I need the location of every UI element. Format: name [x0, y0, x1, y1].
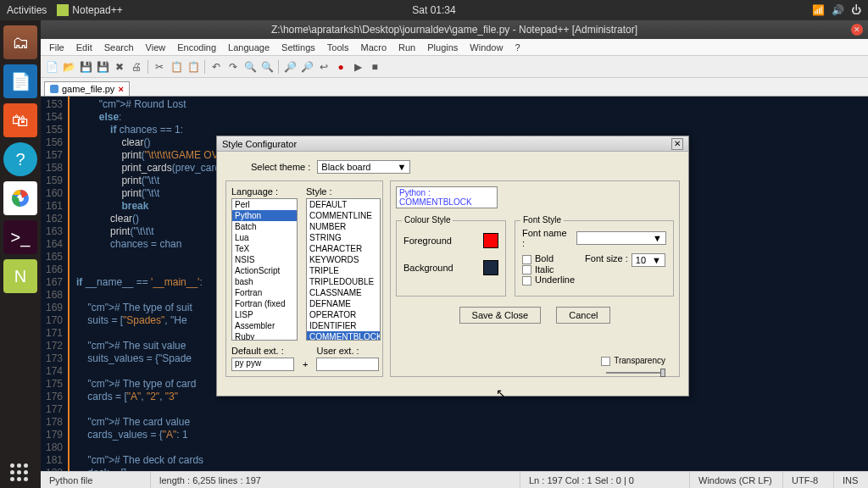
menu-tools[interactable]: Tools	[322, 41, 354, 54]
style-item[interactable]: KEYWORDS	[307, 254, 380, 265]
menu-?[interactable]: ?	[509, 41, 525, 54]
font-size-dropdown[interactable]: 10▼	[632, 253, 665, 267]
italic-checkbox[interactable]	[522, 265, 531, 274]
close-file-icon[interactable]: ✖	[112, 59, 127, 75]
menu-encoding[interactable]: Encoding	[172, 41, 221, 54]
open-file-icon[interactable]: 📂	[61, 59, 76, 75]
clock[interactable]: Sat 01:34	[412, 4, 455, 16]
default-ext-input[interactable]: py pyw	[231, 358, 294, 371]
language-listbox[interactable]: PerlPythonBatchLuaTeXNSISActionScriptbas…	[231, 198, 298, 341]
activities-button[interactable]: Activities	[7, 4, 47, 16]
user-ext-input[interactable]	[316, 358, 379, 371]
cut-icon[interactable]: ✂	[152, 59, 167, 75]
style-item[interactable]: DEFAULT	[307, 199, 380, 210]
notepadpp-launcher[interactable]: N	[3, 259, 37, 293]
lang-item[interactable]: bash	[232, 276, 297, 287]
transparency-checkbox[interactable]	[601, 357, 610, 366]
lang-item[interactable]: Python	[232, 210, 297, 221]
undo-icon[interactable]: ↶	[209, 59, 224, 75]
menu-plugins[interactable]: Plugins	[422, 41, 463, 54]
style-item[interactable]: TRIPLEDOUBLE	[307, 276, 380, 287]
menu-run[interactable]: Run	[393, 41, 420, 54]
files-launcher[interactable]: 🗂	[3, 25, 37, 59]
underline-checkbox[interactable]	[522, 276, 531, 286]
writer-launcher[interactable]: 📄	[3, 64, 37, 98]
window-close-button[interactable]: ✕	[851, 24, 863, 36]
style-item[interactable]: NUMBER	[307, 221, 380, 232]
lang-item[interactable]: Assembler	[232, 320, 297, 331]
style-item[interactable]: COMMENTBLOCK	[307, 331, 380, 341]
tab-bar: game_file.py ×	[41, 78, 868, 97]
chrome-launcher[interactable]	[3, 181, 37, 215]
style-item[interactable]: DEFNAME	[307, 298, 380, 309]
save-all-icon[interactable]: 💾	[95, 59, 110, 75]
stop-icon[interactable]: ■	[367, 59, 382, 75]
lang-item[interactable]: NSIS	[232, 254, 297, 265]
background-swatch[interactable]	[483, 260, 498, 275]
menu-view[interactable]: View	[141, 41, 171, 54]
transparency-slider[interactable]	[606, 369, 665, 376]
style-item[interactable]: STRING	[307, 232, 380, 243]
terminal-launcher[interactable]: >_	[3, 220, 37, 254]
save-icon[interactable]: 💾	[78, 59, 93, 75]
style-item[interactable]: OPERATOR	[307, 309, 380, 320]
style-item[interactable]: CLASSNAME	[307, 287, 380, 298]
app-menu[interactable]: Notepad++	[57, 4, 122, 16]
lang-item[interactable]: Perl	[232, 199, 297, 210]
volume-icon[interactable]: 🔊	[832, 4, 844, 16]
lang-item[interactable]: ActionScript	[232, 265, 297, 276]
style-item[interactable]: IDENTIFIER	[307, 320, 380, 331]
lang-item[interactable]: Batch	[232, 221, 297, 232]
menu-search[interactable]: Search	[99, 41, 139, 54]
play-icon[interactable]: ▶	[350, 59, 365, 75]
lang-item[interactable]: LISP	[232, 309, 297, 320]
lang-item[interactable]: TeX	[232, 243, 297, 254]
style-listbox[interactable]: DEFAULTCOMMENTLINENUMBERSTRINGCHARACTERK…	[306, 198, 381, 341]
font-name-dropdown[interactable]: ▼	[576, 231, 666, 245]
menu-file[interactable]: File	[44, 41, 70, 54]
file-tab[interactable]: game_file.py ×	[44, 81, 130, 96]
new-file-icon[interactable]: 📄	[44, 59, 59, 75]
sb-position: Ln : 197 Col : 1 Sel : 0 | 0	[520, 472, 690, 488]
style-item[interactable]: TRIPLE	[307, 265, 380, 276]
gnome-top-bar: Activities Notepad++ Sat 01:34 📶 🔊 ⏻	[0, 0, 868, 20]
zoom-out-icon[interactable]: 🔎	[299, 59, 314, 75]
menu-window[interactable]: Window	[465, 41, 508, 54]
lang-item[interactable]: Fortran	[232, 287, 297, 298]
menu-edit[interactable]: Edit	[71, 41, 97, 54]
save-close-button[interactable]: Save & Close	[459, 307, 542, 324]
lang-item[interactable]: Lua	[232, 232, 297, 243]
record-icon[interactable]: ●	[333, 59, 348, 75]
dialog-title-text: Style Configurator	[222, 139, 297, 149]
replace-icon[interactable]: 🔍	[259, 59, 275, 75]
wrap-icon[interactable]: ↩	[316, 59, 331, 75]
foreground-swatch[interactable]	[483, 233, 498, 248]
show-apps[interactable]	[10, 463, 28, 481]
menu-settings[interactable]: Settings	[276, 41, 320, 54]
paste-icon[interactable]: 📋	[186, 59, 201, 75]
sb-language: Python file	[41, 472, 151, 488]
menu-macro[interactable]: Macro	[355, 41, 392, 54]
lang-item[interactable]: Ruby	[232, 331, 297, 341]
software-launcher[interactable]: 🛍	[3, 103, 37, 137]
help-launcher[interactable]: ?	[3, 142, 37, 176]
copy-icon[interactable]: 📋	[169, 59, 184, 75]
style-item[interactable]: COMMENTLINE	[307, 210, 380, 221]
select-theme-label: Select theme :	[251, 162, 310, 172]
redo-icon[interactable]: ↷	[225, 59, 241, 75]
style-item[interactable]: CHARACTER	[307, 243, 380, 254]
toolbar: 📄 📂 💾 💾 ✖ 🖨 ✂ 📋 📋 ↶ ↷ 🔍 🔍 🔎 🔎 ↩ ● ▶ ■	[41, 56, 868, 78]
menu-language[interactable]: Language	[223, 41, 275, 54]
dialog-close-button[interactable]: ✕	[671, 138, 683, 150]
zoom-in-icon[interactable]: 🔎	[282, 59, 298, 75]
style-configurator-dialog: Style Configurator ✕ Select theme : Blac…	[216, 136, 689, 396]
cancel-button[interactable]: Cancel	[556, 307, 610, 324]
theme-dropdown[interactable]: Black board▼	[317, 160, 410, 174]
print-icon[interactable]: 🖨	[129, 59, 144, 75]
wifi-icon[interactable]: 📶	[812, 4, 825, 16]
find-icon[interactable]: 🔍	[242, 59, 258, 75]
lang-item[interactable]: Fortran (fixed	[232, 298, 297, 309]
bold-checkbox[interactable]	[522, 255, 531, 264]
tab-close-icon[interactable]: ×	[118, 84, 123, 94]
power-icon[interactable]: ⏻	[851, 4, 861, 16]
